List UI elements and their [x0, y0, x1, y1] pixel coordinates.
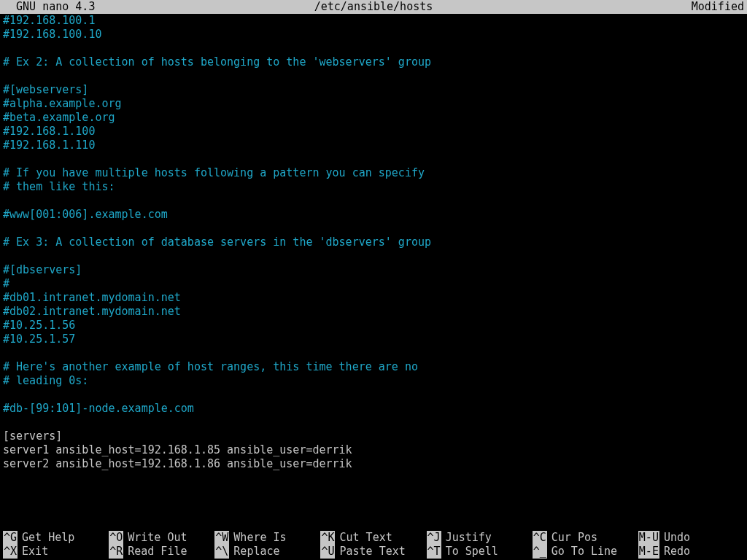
editor-line[interactable]: # Ex 3: A collection of database servers… — [3, 236, 744, 249]
editor-line[interactable]: # — [3, 277, 744, 291]
editor-line[interactable]: #db02.intranet.mydomain.net — [3, 305, 744, 319]
editor-line[interactable]: #192.168.1.100 — [3, 125, 744, 139]
editor-line[interactable] — [3, 152, 744, 166]
editor-line[interactable]: #db01.intranet.mydomain.net — [3, 291, 744, 305]
shortcut-key: ^R — [109, 545, 123, 559]
editor-line[interactable] — [3, 416, 744, 429]
shortcut-item[interactable]: ^_Go To Line — [533, 545, 638, 559]
shortcut-key: ^G — [3, 531, 18, 545]
nano-editor: GNU nano 4.3 /etc/ansible/hosts Modified… — [0, 0, 747, 560]
app-name: GNU nano 4.3 — [3, 0, 95, 14]
editor-line[interactable]: #192.168.1.110 — [3, 139, 744, 152]
editor-line[interactable]: # Ex 2: A collection of hosts belonging … — [3, 55, 744, 69]
editor-line[interactable]: #192.168.100.10 — [3, 28, 744, 42]
editor-line[interactable]: #[webservers] — [3, 83, 744, 97]
shortcut-key: ^K — [320, 531, 335, 545]
editor-line[interactable]: #10.25.1.57 — [3, 332, 744, 346]
shortcut-item[interactable]: ^XExit — [3, 545, 109, 559]
editor-line[interactable] — [3, 249, 744, 263]
editor-line[interactable] — [3, 69, 744, 83]
editor-line[interactable] — [3, 222, 744, 236]
editor-line[interactable] — [3, 194, 744, 208]
editor-line[interactable]: #beta.example.org — [3, 111, 744, 125]
shortcut-label: Undo — [664, 531, 690, 545]
shortcut-label: Go To Line — [551, 545, 617, 559]
editor-line[interactable]: #10.25.1.56 — [3, 319, 744, 332]
status-flag: Modified — [692, 0, 744, 14]
shortcut-label: Write Out — [128, 531, 187, 545]
shortcut-item[interactable]: ^OWrite Out — [109, 531, 214, 545]
shortcut-item[interactable]: ^RRead File — [109, 545, 214, 559]
editor-line[interactable]: #192.168.100.1 — [3, 14, 744, 28]
shortcut-key: ^O — [109, 531, 123, 545]
editor-line[interactable]: #alpha.example.org — [3, 97, 744, 111]
shortcut-item[interactable]: ^WWhere Is — [214, 531, 320, 545]
shortcut-label: Cur Pos — [551, 531, 597, 545]
shortcut-label: Get Help — [22, 531, 74, 545]
shortcut-key: ^C — [533, 531, 547, 545]
editor-line[interactable] — [3, 388, 744, 402]
shortcut-label: To Spell — [446, 545, 498, 559]
shortcut-item[interactable]: ^\Replace — [214, 545, 320, 559]
shortcut-item[interactable]: M-ERedo — [638, 545, 744, 559]
editor-line[interactable]: # leading 0s: — [3, 374, 744, 388]
editor-content[interactable]: #192.168.100.1#192.168.100.10 # Ex 2: A … — [0, 14, 747, 531]
shortcut-key: M-E — [638, 545, 659, 559]
shortcut-label: Paste Text — [339, 545, 405, 559]
shortcut-key: ^X — [3, 545, 18, 559]
editor-line[interactable]: # Here's another example of host ranges,… — [3, 360, 744, 374]
shortcut-item[interactable]: ^KCut Text — [320, 531, 426, 545]
editor-line[interactable]: [servers] — [3, 429, 744, 443]
shortcut-item[interactable]: ^JJustify — [427, 531, 533, 545]
editor-line[interactable]: server2 ansible_host=192.168.1.86 ansibl… — [3, 457, 744, 471]
shortcut-label: Where Is — [233, 531, 286, 545]
shortcut-key: ^W — [214, 531, 229, 545]
shortcut-label: Justify — [446, 531, 492, 545]
editor-line[interactable]: server1 ansible_host=192.168.1.85 ansibl… — [3, 443, 744, 457]
editor-line[interactable]: # If you have multiple hosts following a… — [3, 166, 744, 180]
shortcut-key: M-U — [638, 531, 659, 545]
shortcut-key: ^\ — [214, 545, 229, 559]
shortcut-key: ^U — [320, 545, 335, 559]
editor-line[interactable]: # them like this: — [3, 180, 744, 194]
editor-line[interactable]: #[dbservers] — [3, 263, 744, 277]
editor-line[interactable] — [3, 346, 744, 360]
editor-line[interactable]: #www[001:006].example.com — [3, 208, 744, 222]
shortcut-item[interactable]: M-UUndo — [638, 531, 744, 545]
editor-line[interactable]: #db-[99:101]-node.example.com — [3, 402, 744, 416]
shortcut-label: Read File — [128, 545, 187, 559]
file-path: /etc/ansible/hosts — [0, 0, 747, 14]
shortcut-item[interactable]: ^CCur Pos — [533, 531, 638, 545]
shortcut-label: Cut Text — [339, 531, 392, 545]
shortcut-label: Replace — [233, 545, 279, 559]
shortcut-key: ^T — [427, 545, 441, 559]
editor-line[interactable] — [3, 42, 744, 55]
shortcut-item[interactable]: ^UPaste Text — [320, 545, 426, 559]
shortcut-item[interactable]: ^GGet Help — [3, 531, 109, 545]
shortcut-item[interactable]: ^TTo Spell — [427, 545, 533, 559]
shortcut-label: Redo — [664, 545, 690, 559]
shortcut-key: ^J — [427, 531, 441, 545]
title-bar: GNU nano 4.3 /etc/ansible/hosts Modified — [0, 0, 747, 14]
shortcut-key: ^_ — [533, 545, 547, 559]
shortcut-label: Exit — [22, 545, 48, 559]
shortcut-bar: ^GGet Help^OWrite Out^WWhere Is^KCut Tex… — [0, 531, 747, 560]
